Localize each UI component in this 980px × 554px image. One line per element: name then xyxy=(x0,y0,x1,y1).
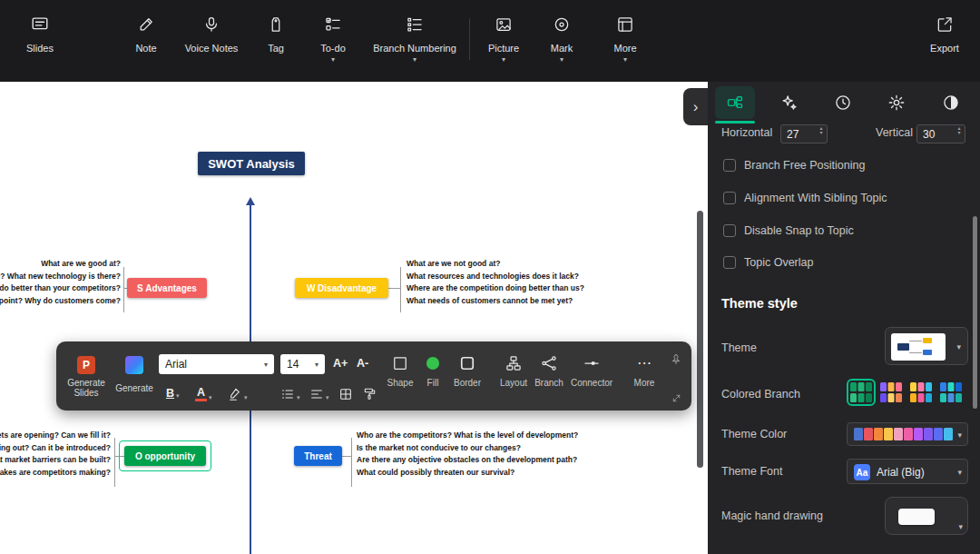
branch-button[interactable]: Branch xyxy=(531,354,567,400)
fill-color-icon xyxy=(424,354,442,372)
caret-down-icon: ▾ xyxy=(819,131,822,135)
theme-color-select[interactable]: ▾ xyxy=(847,422,968,446)
increase-font-button[interactable]: A+ xyxy=(333,357,348,370)
notes-top-right[interactable]: What are we not good at? What resources … xyxy=(407,258,584,307)
notes-bottom-left[interactable]: arkets are opening? Can we fill it? omin… xyxy=(0,430,111,479)
font-color-glyph: A xyxy=(197,387,205,398)
resize-icon xyxy=(671,393,681,403)
fill-button[interactable]: Fill xyxy=(415,354,451,400)
topic-threat[interactable]: Threat xyxy=(294,446,342,466)
format-painter-button[interactable] xyxy=(362,387,377,401)
checkbox-disable-snap-to-topic[interactable] xyxy=(723,224,736,237)
mindmap-canvas[interactable]: SWOT Analysis S Advantages W Disadvantag… xyxy=(0,82,708,554)
tab-history[interactable] xyxy=(823,86,863,119)
colored-branch-style-2[interactable] xyxy=(880,382,902,406)
todo-button[interactable]: To-do ▾ xyxy=(301,13,365,63)
notes-bottom-right[interactable]: Who are the competitors? What is the lev… xyxy=(357,430,578,479)
contrast-icon xyxy=(942,94,960,112)
horizontal-stepper[interactable]: ▴ ▾ xyxy=(817,126,826,135)
checkbox-label: Topic Overlap xyxy=(744,256,813,269)
colored-branch-style-4[interactable] xyxy=(940,382,962,406)
mark-icon xyxy=(553,13,571,36)
slides-button[interactable]: Slides xyxy=(8,13,72,54)
shape-button[interactable]: Shape xyxy=(382,354,418,400)
branch-numbering-button[interactable]: Branch Numbering ▾ xyxy=(360,13,469,63)
ai-generate-button[interactable] xyxy=(125,356,143,374)
mark-button[interactable]: Mark ▾ xyxy=(530,13,593,63)
more-button[interactable]: More ▾ xyxy=(593,13,657,63)
export-button[interactable]: Export xyxy=(913,13,976,54)
font-color-button[interactable]: A ▾ xyxy=(195,387,212,401)
theme-color-label: Theme Color xyxy=(721,428,787,440)
caret-down-icon: ▾ xyxy=(956,342,961,351)
connector-button[interactable]: Connector xyxy=(566,354,617,400)
connector-line xyxy=(400,267,401,312)
topic-opportunity[interactable]: O opportunity xyxy=(124,446,206,466)
layout-button[interactable]: Layout xyxy=(495,354,532,400)
canvas-vertical-scrollbar[interactable] xyxy=(697,211,703,468)
panel-vertical-scrollbar[interactable] xyxy=(973,216,977,409)
bullet-list-button[interactable]: ▾ xyxy=(280,387,300,401)
border-button[interactable]: Border xyxy=(449,354,485,400)
checkbox-alignment-sibling-topic[interactable] xyxy=(723,192,736,204)
theme-select[interactable]: ▾ xyxy=(885,327,968,365)
connector-line xyxy=(123,267,124,312)
checkbox-label: Disable Snap to Topic xyxy=(744,224,854,237)
decrease-font-button[interactable]: A- xyxy=(357,357,368,370)
tab-ai-magic[interactable] xyxy=(769,86,808,119)
tag-button[interactable]: Tag xyxy=(244,13,308,54)
chevron-right-icon: › xyxy=(693,98,699,116)
topic-advantages[interactable]: S Advantages xyxy=(127,278,207,298)
note-line: Is the market not conducive to our chang… xyxy=(357,442,578,455)
font-family-select[interactable]: Arial ▾ xyxy=(159,354,274,374)
align-button[interactable]: ▾ xyxy=(309,387,329,401)
checkbox-branch-free-positioning[interactable] xyxy=(723,159,736,172)
highlight-button[interactable]: ▾ xyxy=(228,387,248,401)
color-chip xyxy=(864,428,873,440)
vertical-stepper[interactable]: ▴ ▾ xyxy=(955,126,964,135)
table-button[interactable] xyxy=(338,387,353,401)
connector-icon xyxy=(583,354,601,372)
tab-topic-settings[interactable] xyxy=(715,86,755,119)
notes-top-left[interactable]: What are we good at? e? What new technol… xyxy=(0,258,121,307)
font-size-select[interactable]: 14 ▾ xyxy=(280,354,325,374)
caret-down-icon: ▾ xyxy=(957,430,962,440)
magic-hand-drawing-select[interactable]: ▾ xyxy=(885,497,968,535)
font-badge-icon: Aa xyxy=(854,464,870,480)
root-topic-swot-analysis[interactable]: SWOT Analysis xyxy=(198,152,305,175)
ellipsis-icon: ⋯ xyxy=(637,354,652,372)
bold-button[interactable]: B ▾ xyxy=(166,387,180,400)
resize-toolbar-handle[interactable] xyxy=(671,391,681,407)
voice-notes-button[interactable]: Voice Notes xyxy=(171,13,252,54)
tab-theme-mode[interactable] xyxy=(931,86,971,119)
mark-label: Mark xyxy=(551,43,573,54)
window-icon xyxy=(616,13,634,36)
tab-settings[interactable] xyxy=(877,86,916,119)
caret-down-icon: ▾ xyxy=(326,394,329,401)
checkbox-topic-overlap[interactable] xyxy=(723,256,736,269)
note-line: arkets are opening? Can we fill it? xyxy=(0,430,111,442)
connector-line xyxy=(388,288,400,289)
generate-slides-button[interactable]: P xyxy=(77,356,95,374)
toolbar-more-button[interactable]: ⋯ More xyxy=(626,354,662,400)
numbered-list-icon xyxy=(406,13,424,36)
note-line: n do better than your competitors? xyxy=(0,282,121,295)
topic-disadvantage[interactable]: W Disadvantage xyxy=(295,278,388,298)
font-color-swatch xyxy=(195,399,207,401)
pin-toolbar-button[interactable] xyxy=(670,353,682,370)
note-button[interactable]: Note xyxy=(114,13,178,54)
panel-collapse-button[interactable]: › xyxy=(683,88,708,125)
color-chip xyxy=(914,428,923,440)
pin-icon xyxy=(670,353,682,366)
note-line: g point? Why do customers come? xyxy=(0,295,121,308)
magic-hand-preview xyxy=(898,509,935,525)
picture-icon xyxy=(495,13,513,36)
gear-icon xyxy=(887,94,906,112)
theme-font-select[interactable]: Aa Arial (Big) ▾ xyxy=(847,459,968,484)
colored-branch-style-1-selected[interactable] xyxy=(847,379,876,406)
note-line: What needs of customers cannot be met ye… xyxy=(407,295,584,308)
note-line: What could possibly threaten our surviva… xyxy=(357,467,578,480)
colored-branch-style-3[interactable] xyxy=(910,382,932,406)
note-line: Who are the competitors? What is the lev… xyxy=(357,430,578,442)
picture-button[interactable]: Picture ▾ xyxy=(472,13,535,63)
